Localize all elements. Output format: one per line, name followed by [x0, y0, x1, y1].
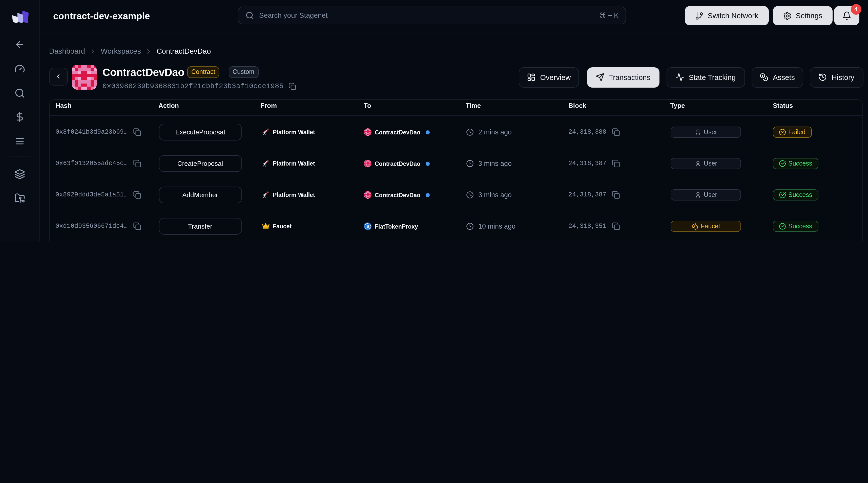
svg-text:$: $	[366, 224, 369, 229]
